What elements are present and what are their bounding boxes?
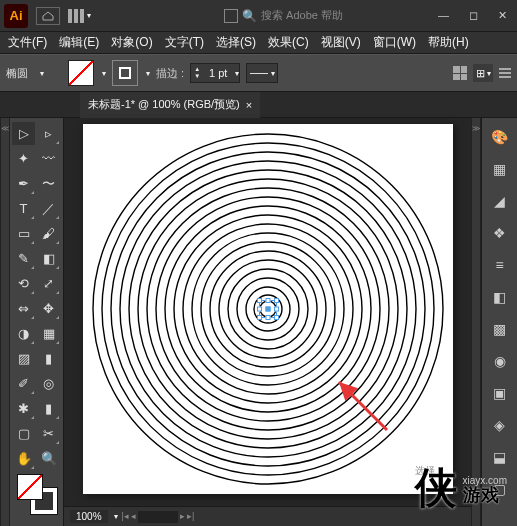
document-title: 未标题-1* @ 100% (RGB/预览) xyxy=(88,97,240,112)
asset-export-panel-icon[interactable]: ⬓ xyxy=(489,446,511,468)
zoom-tool[interactable]: 🔍 xyxy=(37,447,60,470)
column-graph-tool[interactable]: ▮ xyxy=(37,397,60,420)
close-button[interactable]: ✕ xyxy=(492,7,513,24)
appearance-panel-icon[interactable]: ◉ xyxy=(489,350,511,372)
maximize-button[interactable]: ◻ xyxy=(463,7,484,24)
menu-effect[interactable]: 效果(C) xyxy=(262,34,315,51)
symbols-panel-icon[interactable]: ❖ xyxy=(489,222,511,244)
expand-dock-right[interactable]: ≫ xyxy=(471,118,481,526)
menu-help[interactable]: 帮助(H) xyxy=(422,34,475,51)
chevron-down-icon[interactable]: ▾ xyxy=(40,69,44,78)
gradient-panel-icon[interactable]: ◧ xyxy=(489,286,511,308)
right-panel-dock: 🎨 ▦ ◢ ❖ ≡ ◧ ▩ ◉ ▣ ◈ ⬓ ▢ xyxy=(481,118,517,526)
fill-swatch[interactable] xyxy=(68,60,94,86)
shaper-tool[interactable]: ✎ xyxy=(12,247,35,270)
zoom-level[interactable]: 100% xyxy=(70,510,108,523)
artboard-tool[interactable]: ▢ xyxy=(12,422,35,445)
shape-builder-tool[interactable]: ◑ xyxy=(12,322,35,345)
expand-dock-left[interactable]: ≪ xyxy=(0,118,10,526)
search-icon[interactable]: 🔍 xyxy=(242,9,257,23)
menu-type[interactable]: 文字(T) xyxy=(159,34,210,51)
app-icon: Ai xyxy=(4,4,28,28)
slice-tool[interactable]: ✂ xyxy=(37,422,60,445)
stroke-panel-icon[interactable]: ≡ xyxy=(489,254,511,276)
stroke-profile-select[interactable]: ▾ xyxy=(246,63,278,83)
lasso-tool[interactable]: 〰 xyxy=(37,147,60,170)
stroke-weight-stepper[interactable]: ▲▼ 1 pt ▾ xyxy=(190,63,240,83)
stroke-swatch[interactable] xyxy=(112,60,138,86)
selection-type-label: 椭圆 xyxy=(6,66,28,81)
menu-file[interactable]: 文件(F) xyxy=(2,34,53,51)
direct-selection-tool[interactable]: ▹ xyxy=(37,122,60,145)
menu-view[interactable]: 视图(V) xyxy=(315,34,367,51)
paintbrush-tool[interactable]: 🖌 xyxy=(37,222,60,245)
stroke-label: 描边 : xyxy=(156,66,184,81)
chevron-down-icon[interactable]: ▾ xyxy=(114,512,118,521)
hand-tool[interactable]: ✋ xyxy=(12,447,35,470)
menu-object[interactable]: 对象(O) xyxy=(105,34,158,51)
eraser-tool[interactable]: ◧ xyxy=(37,247,60,270)
brushes-panel-icon[interactable]: ◢ xyxy=(489,190,511,212)
eyedropper-tool[interactable]: ✐ xyxy=(12,372,35,395)
menu-edit[interactable]: 编辑(E) xyxy=(53,34,105,51)
magic-wand-tool[interactable]: ✦ xyxy=(12,147,35,170)
artboards-panel-icon[interactable]: ▢ xyxy=(489,478,511,500)
perspective-grid-tool[interactable]: ▦ xyxy=(37,322,60,345)
stroke-weight-value[interactable]: 1 pt xyxy=(203,67,233,79)
selection-tool[interactable]: ▷ xyxy=(12,122,35,145)
layers-panel-icon[interactable]: ◈ xyxy=(489,414,511,436)
toolbox: ▷▹ ✦〰 ✒〜 T／ ▭🖌 ✎◧ ⟲⤢ ⇔✥ ◑▦ ▨▮ ✐◎ ✱▮ ▢✂ ✋… xyxy=(10,118,64,526)
panel-menu-icon[interactable] xyxy=(499,68,511,78)
gradient-tool[interactable]: ▮ xyxy=(37,347,60,370)
chevron-down-icon[interactable]: ▾ xyxy=(102,69,106,78)
type-tool[interactable]: T xyxy=(12,197,35,220)
rectangle-tool[interactable]: ▭ xyxy=(12,222,35,245)
fill-stroke-control[interactable] xyxy=(17,474,57,514)
width-tool[interactable]: ⇔ xyxy=(12,297,35,320)
swatches-panel-icon[interactable]: ▦ xyxy=(489,158,511,180)
selection-bounding-box[interactable] xyxy=(259,300,277,318)
artboard-nav[interactable]: |◂◂▸▸| xyxy=(122,511,195,523)
search-input[interactable]: 搜索 Adobe 帮助 xyxy=(261,8,343,23)
status-select-label: 选择 xyxy=(415,464,435,478)
home-icon[interactable] xyxy=(36,7,60,25)
free-transform-tool[interactable]: ✥ xyxy=(37,297,60,320)
close-tab-icon[interactable]: × xyxy=(246,99,252,111)
workspace-switcher[interactable]: ▾ xyxy=(68,7,96,25)
canvas[interactable]: 100% ▾ |◂◂▸▸| xyxy=(64,118,471,526)
pen-tool[interactable]: ✒ xyxy=(12,172,35,195)
align-panel-icon[interactable] xyxy=(453,66,467,80)
blend-tool[interactable]: ◎ xyxy=(37,372,60,395)
menu-select[interactable]: 选择(S) xyxy=(210,34,262,51)
mesh-tool[interactable]: ▨ xyxy=(12,347,35,370)
transform-panel-icon[interactable]: ⊞▾ xyxy=(473,64,493,82)
menu-window[interactable]: 窗口(W) xyxy=(367,34,422,51)
transparency-panel-icon[interactable]: ▩ xyxy=(489,318,511,340)
graphic-styles-panel-icon[interactable]: ▣ xyxy=(489,382,511,404)
ui-preview-icon[interactable] xyxy=(224,9,238,23)
rotate-tool[interactable]: ⟲ xyxy=(12,272,35,295)
color-panel-icon[interactable]: 🎨 xyxy=(489,126,511,148)
scale-tool[interactable]: ⤢ xyxy=(37,272,60,295)
curvature-tool[interactable]: 〜 xyxy=(37,172,60,195)
document-tab[interactable]: 未标题-1* @ 100% (RGB/预览) × xyxy=(80,92,260,118)
artboard[interactable] xyxy=(83,124,453,494)
symbol-sprayer-tool[interactable]: ✱ xyxy=(12,397,35,420)
chevron-down-icon[interactable]: ▾ xyxy=(146,69,150,78)
minimize-button[interactable]: — xyxy=(432,7,455,24)
line-tool[interactable]: ／ xyxy=(37,197,60,220)
